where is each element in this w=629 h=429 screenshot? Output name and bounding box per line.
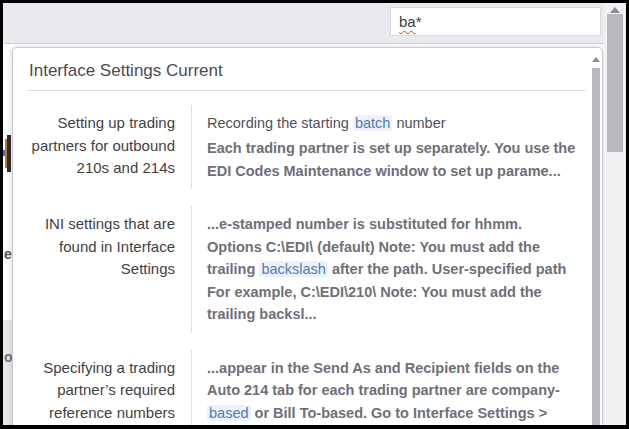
page-scrollbar-thumb[interactable] [607,14,623,152]
result-snippet: ...appear in the Send As and Recipient f… [207,357,576,425]
scroll-up-arrow-icon[interactable] [592,57,600,62]
dropdown-scrollbar-thumb[interactable] [592,68,600,425]
search-result-row[interactable]: Specifying a trading partner’s required … [13,350,602,425]
result-topic: Specifying a trading partner’s required … [13,350,191,425]
result-snippet: ...e-stamped number is substituted for h… [207,213,576,325]
result-body: ...appear in the Send As and Recipient f… [191,350,602,425]
result-snippet: Each trading partner is set up separatel… [207,137,576,182]
glyph-blue-dot [3,150,5,156]
result-topic: Setting up trading partners for outbound… [13,105,191,189]
search-input[interactable]: ba* [390,7,601,36]
search-text-wildcard: * [416,13,422,30]
glyph-dark-bar [7,135,11,172]
search-result-row[interactable]: Setting up trading partners for outbound… [13,105,602,189]
search-result-row[interactable]: INI settings that are found in Interface… [13,206,602,332]
scroll-up-arrow-icon[interactable] [610,7,620,13]
results-list: Setting up trading partners for outbound… [13,91,602,425]
result-body: ...e-stamped number is substituted for h… [191,206,602,332]
page: e o ba* Interface Settings Current Setti… [3,3,626,425]
result-topic: INI settings that are found in Interface… [13,206,191,332]
dropdown-scrollbar[interactable] [592,55,600,425]
search-results-dropdown: Interface Settings Current Setting up tr… [12,47,603,425]
dropdown-title: Interface Settings Current [13,48,602,90]
result-body: Recording the starting batch number Each… [191,105,602,189]
page-scrollbar[interactable] [604,3,626,425]
topbar: ba* [3,3,626,44]
search-text-misspelled: ba [399,13,416,30]
result-title: Recording the starting batch number [207,112,576,134]
